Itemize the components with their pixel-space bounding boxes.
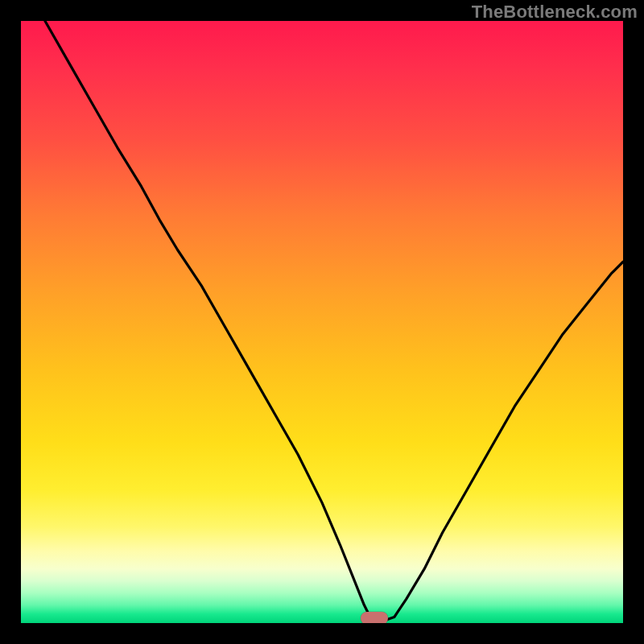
watermark-text: TheBottleneck.com [472, 2, 638, 23]
optimal-marker [361, 612, 388, 623]
chart-frame: TheBottleneck.com [0, 0, 644, 644]
curve-svg [21, 21, 623, 623]
bottleneck-curve [45, 21, 623, 621]
plot-area [21, 21, 623, 623]
